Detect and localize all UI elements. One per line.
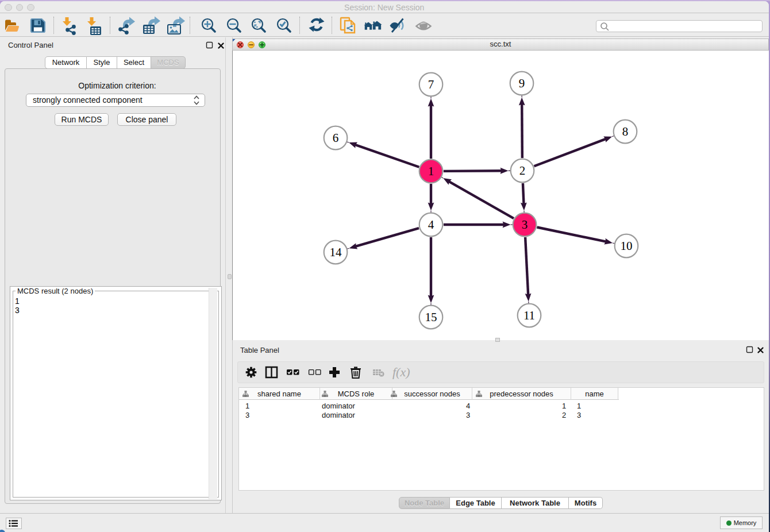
svg-text:10: 10	[620, 239, 632, 253]
svg-text:7: 7	[428, 78, 434, 91]
svg-text:6: 6	[332, 131, 338, 145]
svg-text:3: 3	[521, 218, 528, 232]
svg-text:9: 9	[518, 76, 525, 90]
svg-text:8: 8	[622, 125, 628, 138]
svg-text:15: 15	[425, 310, 437, 324]
svg-text:4: 4	[428, 218, 434, 232]
svg-text:14: 14	[329, 245, 342, 259]
svg-text:11: 11	[523, 309, 534, 322]
svg-text:2: 2	[519, 164, 525, 178]
svg-text:f(x): f(x)	[392, 365, 410, 379]
svg-text:1: 1	[428, 164, 434, 178]
